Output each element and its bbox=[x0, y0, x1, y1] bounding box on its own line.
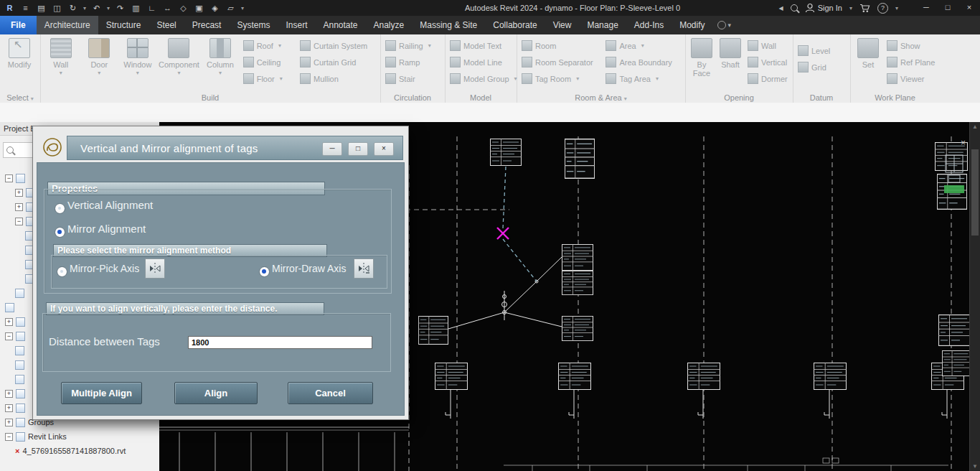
tag-room-button[interactable]: Tag Room bbox=[519, 70, 602, 87]
roof-button[interactable]: Roof bbox=[241, 37, 295, 54]
expander-icon[interactable] bbox=[5, 174, 13, 182]
tab-analyze[interactable]: Analyze bbox=[366, 16, 413, 34]
3d-view-icon[interactable] bbox=[194, 1, 204, 15]
tab-view[interactable]: View bbox=[545, 16, 580, 34]
redo-icon[interactable] bbox=[115, 1, 126, 15]
measure-icon[interactable] bbox=[146, 1, 157, 15]
tab-massing-site[interactable]: Massing & Site bbox=[412, 16, 485, 34]
room-separator-button[interactable]: Room Separator bbox=[519, 54, 602, 70]
close-button[interactable] bbox=[958, 0, 980, 16]
expander-icon[interactable] bbox=[5, 390, 13, 398]
vertical-alignment-radio[interactable] bbox=[55, 203, 65, 214]
level-button[interactable]: Level bbox=[796, 42, 846, 59]
model-group-button[interactable]: Model Group bbox=[448, 70, 514, 87]
open-icon[interactable] bbox=[36, 1, 47, 15]
sync-dropdown-icon[interactable]: ▾ bbox=[83, 5, 86, 11]
minimize-button[interactable] bbox=[915, 0, 937, 16]
expander-icon[interactable] bbox=[5, 318, 13, 326]
dialog-close-button[interactable] bbox=[374, 142, 394, 156]
expander-icon[interactable] bbox=[5, 332, 13, 340]
modify-button[interactable]: Modify bbox=[3, 37, 36, 69]
tab-modify[interactable]: Modify bbox=[672, 16, 712, 34]
distance-input[interactable] bbox=[188, 336, 372, 349]
dormer-button[interactable]: Dormer bbox=[745, 70, 790, 87]
ceiling-button[interactable]: Ceiling bbox=[241, 54, 295, 70]
mirror-draw-axis-button[interactable] bbox=[354, 258, 374, 279]
help-dropdown-icon[interactable]: ▾ bbox=[895, 5, 898, 11]
tab-steel[interactable]: Steel bbox=[149, 16, 184, 34]
viewer-button[interactable]: Viewer bbox=[885, 70, 936, 87]
search-icon[interactable] bbox=[791, 4, 798, 11]
tab-manage[interactable]: Manage bbox=[579, 16, 626, 34]
component-button[interactable]: Component bbox=[159, 37, 199, 78]
curtain-system-button[interactable]: Curtain System bbox=[298, 37, 377, 54]
dialog-maximize-button[interactable] bbox=[348, 142, 368, 156]
section-icon[interactable] bbox=[209, 1, 220, 15]
area-boundary-button[interactable]: Area Boundary bbox=[603, 54, 682, 70]
tab-insert[interactable]: Insert bbox=[278, 16, 315, 34]
mullion-button[interactable]: Mullion bbox=[298, 70, 377, 87]
tab-collaborate[interactable]: Collaborate bbox=[485, 16, 545, 34]
sign-in-button[interactable]: Sign In bbox=[805, 3, 842, 13]
multiple-align-button[interactable]: Multiple Align bbox=[61, 382, 142, 404]
sync-icon[interactable] bbox=[67, 1, 78, 15]
help-icon[interactable]: ? bbox=[877, 3, 888, 14]
vertical-button[interactable]: Vertical bbox=[745, 54, 790, 70]
grid-button[interactable]: Grid bbox=[796, 59, 846, 75]
tag-icon[interactable] bbox=[178, 1, 189, 15]
expander-icon[interactable] bbox=[5, 419, 13, 426]
select-panel-label[interactable]: Select bbox=[0, 93, 40, 102]
model-line-button[interactable]: Model Line bbox=[448, 54, 514, 70]
tab-add-ins[interactable]: Add-Ins bbox=[626, 16, 672, 34]
tag-area-button[interactable]: Tag Area bbox=[603, 70, 682, 87]
tab-systems[interactable]: Systems bbox=[229, 16, 278, 34]
print-icon[interactable] bbox=[131, 1, 141, 15]
by-face-button[interactable]: By Face bbox=[688, 37, 715, 78]
revit-logo-icon[interactable] bbox=[4, 1, 15, 15]
tab-structure[interactable]: Structure bbox=[98, 16, 149, 34]
expander-icon[interactable] bbox=[15, 189, 23, 197]
dialog-minimize-button[interactable] bbox=[322, 142, 342, 156]
railing-button[interactable]: Railing bbox=[383, 37, 442, 54]
room-button[interactable]: Room bbox=[519, 37, 602, 54]
floor-button[interactable]: Floor bbox=[241, 70, 295, 87]
mirror-pick-axis-radio[interactable] bbox=[57, 266, 67, 277]
save-icon[interactable] bbox=[52, 1, 62, 15]
tab-file[interactable]: File bbox=[0, 16, 37, 34]
maximize-button[interactable] bbox=[937, 0, 958, 16]
align-button[interactable]: Align bbox=[174, 382, 258, 404]
door-button[interactable]: Door bbox=[82, 37, 118, 78]
mirror-alignment-radio[interactable] bbox=[55, 227, 65, 238]
scrollbar-thumb[interactable] bbox=[971, 149, 979, 236]
tree-row-revit-links[interactable]: Revit Links bbox=[0, 429, 159, 444]
model-text-button[interactable]: Model Text bbox=[448, 37, 514, 54]
tree-row-linked-file[interactable]: 4_5769165587141887800.rvt bbox=[0, 444, 159, 458]
set-button[interactable]: Set bbox=[853, 37, 883, 69]
column-button[interactable]: Column bbox=[202, 37, 238, 78]
collapse-search-icon[interactable]: ◀ bbox=[779, 5, 783, 11]
mirror-pick-axis-button[interactable] bbox=[145, 258, 165, 279]
room-area-panel-label[interactable]: Room & Area bbox=[517, 93, 685, 102]
sign-in-dropdown-icon[interactable]: ▾ bbox=[849, 5, 852, 11]
ref-plane-button[interactable]: Ref Plane bbox=[885, 54, 936, 70]
tab-architecture[interactable]: Architecture bbox=[37, 16, 98, 34]
expander-icon[interactable] bbox=[15, 203, 23, 211]
stair-button[interactable]: Stair bbox=[383, 70, 442, 87]
tab-annotate[interactable]: Annotate bbox=[315, 16, 365, 34]
expander-icon[interactable] bbox=[5, 433, 13, 441]
undo-dropdown-icon[interactable]: ▾ bbox=[107, 5, 110, 11]
mirror-draw-axis-radio[interactable] bbox=[259, 266, 270, 277]
expander-icon[interactable] bbox=[5, 404, 13, 412]
ribbon-display-toggle[interactable]: ▾ bbox=[713, 16, 732, 34]
wall-button[interactable]: Wall bbox=[43, 37, 79, 78]
tab-precast[interactable]: Precast bbox=[184, 16, 230, 34]
close-view-icon[interactable] bbox=[961, 138, 966, 148]
ramp-button[interactable]: Ramp bbox=[383, 54, 442, 70]
show-button[interactable]: Show bbox=[885, 37, 936, 54]
qat-overflow-icon[interactable]: ▾ bbox=[241, 5, 244, 11]
expander-icon[interactable] bbox=[15, 218, 23, 225]
window-button[interactable]: Window bbox=[120, 37, 156, 78]
store-cart-icon[interactable] bbox=[859, 4, 870, 13]
cancel-button[interactable]: Cancel bbox=[288, 382, 373, 404]
opening-wall-button[interactable]: Wall bbox=[745, 37, 790, 54]
